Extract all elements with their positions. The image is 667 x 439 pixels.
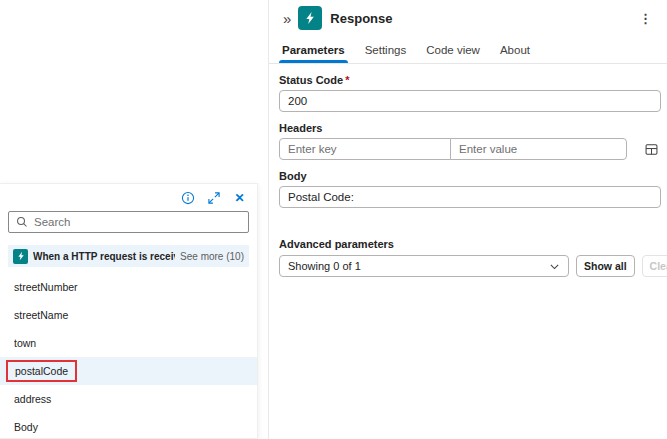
advanced-parameters-dropdown[interactable]: Showing 0 of 1 [279,255,569,277]
collapse-panel-icon[interactable]: » [283,11,290,26]
expand-icon[interactable] [206,191,221,206]
tab-parameters[interactable]: Parameters [279,36,348,63]
switch-to-text-mode-icon[interactable] [641,139,661,159]
panel-header: » Response ⋮ [269,0,667,36]
response-panel: » Response ⋮ Parameters Settings Code vi… [268,0,667,439]
dynamic-content-flyout: ✕ When a HTTP request is received See mo… [0,183,258,439]
panel-title: Response [330,11,392,26]
dynamic-content-item[interactable]: streetName [0,301,257,329]
required-mark: * [345,74,349,86]
dynamic-content-item[interactable]: town [0,329,257,357]
search-box [8,211,249,233]
header-value-input[interactable] [450,138,627,160]
group-title: When a HTTP request is received [33,251,175,262]
header-key-input[interactable] [279,138,451,160]
status-code-label-text: Status Code [279,74,343,86]
info-icon[interactable] [180,191,195,206]
parameters-form: Status Code* Headers Body Advanced param… [269,74,667,277]
search-icon [16,216,28,228]
tab-bar: Parameters Settings Code view About [269,36,667,64]
tab-code-view[interactable]: Code view [423,36,483,63]
advanced-parameters-row: Showing 0 of 1 Show all Clear all [279,255,661,277]
dropdown-value: Showing 0 of 1 [288,260,361,272]
dynamic-content-item[interactable]: address [0,385,257,413]
trigger-group-header[interactable]: When a HTTP request is received See more… [8,245,249,267]
item-label: address [14,393,51,405]
more-menu-icon[interactable]: ⋮ [634,9,657,28]
response-action-icon [298,6,322,30]
status-code-input[interactable] [279,90,661,112]
body-input[interactable] [279,186,661,208]
status-code-label: Status Code* [279,74,661,86]
designer-canvas: ✕ When a HTTP request is received See mo… [0,0,667,439]
advanced-parameters-label: Advanced parameters [279,238,661,250]
item-label: streetNumber [14,281,78,293]
flyout-toolbar: ✕ [0,184,257,206]
show-all-button[interactable]: Show all [576,255,635,277]
item-label: Body [14,421,38,433]
tab-settings[interactable]: Settings [362,36,410,63]
dynamic-content-item[interactable]: Body [0,413,257,439]
tab-about[interactable]: About [497,36,533,63]
dynamic-content-list: streetNumber streetName town postalCode … [0,273,257,439]
close-icon[interactable]: ✕ [232,191,247,206]
item-label: streetName [14,309,68,321]
chevron-down-icon [549,261,560,272]
item-label: town [14,337,36,349]
headers-row [279,138,661,160]
body-label: Body [279,170,661,182]
dynamic-content-item[interactable]: postalCode [0,357,257,385]
search-input[interactable] [34,216,241,228]
http-trigger-icon [13,249,28,264]
clear-all-button[interactable]: Clear all [642,255,667,277]
headers-label: Headers [279,122,661,134]
highlight-box: postalCode [6,360,77,382]
see-more-link[interactable]: See more (10) [180,251,244,262]
dynamic-content-item[interactable]: streetNumber [0,273,257,301]
